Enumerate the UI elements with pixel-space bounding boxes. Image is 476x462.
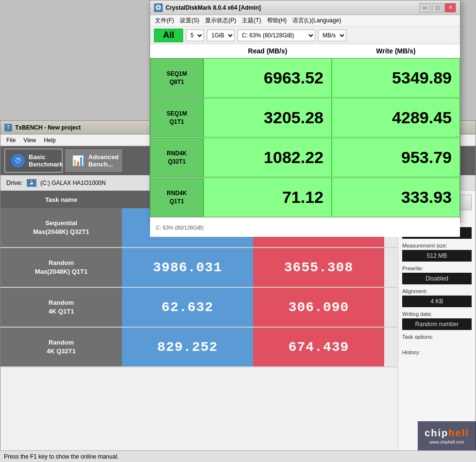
history-label: History: bbox=[402, 349, 472, 355]
maximize-button[interactable]: □ bbox=[432, 3, 443, 13]
logo-hell: hell bbox=[448, 428, 469, 439]
cdm-footer-text: C: 63% (80/128GiB) bbox=[156, 225, 204, 231]
minimize-button[interactable]: ─ bbox=[419, 3, 431, 13]
row-write-2: 306.090 bbox=[253, 288, 384, 327]
advanced-benchmark-button[interactable]: 📊 Advanced Bench... bbox=[65, 148, 123, 173]
cdm-read-0: 6963.52 bbox=[204, 58, 332, 98]
status-text: Press the F1 key to show the online manu… bbox=[4, 453, 119, 460]
measurement-size-label: Measurement size: bbox=[402, 243, 472, 248]
cdm-unit-select[interactable]: MB/s bbox=[318, 30, 346, 41]
chart-icon: 📊 bbox=[71, 154, 85, 167]
menu-view[interactable]: View bbox=[19, 136, 40, 145]
cdm-label-2: RND4KQ32T1 bbox=[150, 138, 204, 177]
drive-value: (C:) GALAX HA1O1000N bbox=[40, 180, 106, 186]
row-name-1: RandomMax(2048K) Q1T1 bbox=[0, 248, 122, 287]
cdm-menu-language[interactable]: 语言(L)(Language) bbox=[289, 16, 344, 26]
txbench-title: TxBENCH - New project bbox=[15, 124, 81, 131]
writing-data-value: Random number bbox=[402, 318, 472, 330]
cdm-menu: 文件(F) 设置(S) 显示状态(P) 主题(T) 帮助(H) 语言(L)(La… bbox=[150, 15, 460, 27]
basic-benchmark-label: Basic Benchmark bbox=[29, 153, 63, 168]
status-bar: Press the F1 key to show the online manu… bbox=[0, 450, 476, 462]
cdm-drive-select[interactable]: C: 63% (80/128GiB) bbox=[238, 30, 315, 41]
cdm-read-header: Read (MB/s) bbox=[204, 44, 332, 58]
cdm-write-0: 5349.89 bbox=[332, 58, 460, 98]
cdm-size-select[interactable]: 1GiB bbox=[207, 30, 235, 41]
row-read-3: 829.252 bbox=[122, 328, 253, 366]
alignment-value: 4 KB bbox=[402, 296, 472, 307]
cdm-label-0: SEQ1MQ8T1 bbox=[150, 58, 204, 98]
cdm-all-button[interactable]: All bbox=[154, 29, 183, 42]
cdm-label-3: RND4KQ1T1 bbox=[150, 178, 204, 217]
alignment-label: Alignment: bbox=[402, 288, 472, 294]
cdm-toolbar: All 5 1GiB C: 63% (80/128GiB) MB/s bbox=[150, 27, 460, 44]
writing-data-label: Writing data: bbox=[402, 311, 472, 317]
cdm-write-header: Write (MB/s) bbox=[332, 44, 460, 58]
row-name-3: Random4K Q32T1 bbox=[0, 328, 122, 366]
window-controls: ─ □ ✕ bbox=[419, 3, 456, 13]
cdm-row-0: SEQ1MQ8T1 6963.52 5349.89 bbox=[150, 58, 460, 98]
table-row: RandomMax(2048K) Q1T1 3986.031 3655.308 bbox=[0, 248, 398, 288]
menu-help[interactable]: Help bbox=[40, 136, 60, 145]
row-read-1: 3986.031 bbox=[122, 248, 253, 287]
logo-chip: chip bbox=[425, 428, 448, 439]
logo-brand: chip hell bbox=[425, 428, 469, 439]
row-name-2: Random4K Q1T1 bbox=[0, 288, 122, 327]
row-read-2: 62.632 bbox=[122, 288, 253, 327]
watermark-url: www.chiphell.com bbox=[429, 440, 464, 445]
drive-label: Drive: bbox=[6, 179, 23, 186]
cdm-window: 💿 CrystalDiskMark 8.0.4 x64 [Admin] ─ □ … bbox=[150, 0, 460, 223]
prewrite-value: Disabled bbox=[402, 273, 472, 284]
table-row: Random4K Q32T1 829.252 674.439 bbox=[0, 328, 398, 367]
cdm-read-1: 3205.28 bbox=[204, 98, 332, 137]
header-task-name: Task name bbox=[0, 191, 122, 208]
cdm-titlebar: 💿 CrystalDiskMark 8.0.4 x64 [Admin] ─ □ … bbox=[150, 0, 460, 15]
cdm-read-2: 1082.22 bbox=[204, 138, 332, 177]
cdm-row-2: RND4KQ32T1 1082.22 953.79 bbox=[150, 138, 460, 178]
advanced-benchmark-label: Advanced Bench... bbox=[88, 153, 119, 168]
cdm-menu-display[interactable]: 显示状态(P) bbox=[202, 16, 239, 26]
basic-benchmark-button[interactable]: ⏱ Basic Benchmark bbox=[4, 148, 63, 173]
cdm-label-1: SEQ1MQ1T1 bbox=[150, 98, 204, 137]
cdm-menu-help[interactable]: 帮助(H) bbox=[264, 16, 290, 26]
cdm-title: CrystalDiskMark 8.0.4 x64 [Admin] bbox=[166, 4, 419, 11]
drive-icon: 💾 bbox=[27, 179, 36, 187]
cdm-menu-theme[interactable]: 主题(T) bbox=[239, 16, 264, 26]
cdm-write-2: 953.79 bbox=[332, 138, 460, 177]
cdm-write-1: 4289.45 bbox=[332, 98, 460, 137]
cdm-write-3: 333.93 bbox=[332, 178, 460, 217]
close-button[interactable]: ✕ bbox=[444, 3, 456, 13]
row-name-0: SequentialMax(2048K) Q32T1 bbox=[0, 208, 122, 247]
table-row: Random4K Q1T1 62.632 306.090 bbox=[0, 288, 398, 328]
task-options-label: Task options: bbox=[402, 334, 472, 340]
row-write-1: 3655.308 bbox=[253, 248, 384, 287]
cdm-row-1: SEQ1MQ1T1 3205.28 4289.45 bbox=[150, 98, 460, 138]
cdm-row-3: RND4KQ1T1 71.12 333.93 bbox=[150, 178, 460, 217]
prewrite-label: Prewrite: bbox=[402, 265, 472, 271]
cdm-footer: C: 63% (80/128GiB) bbox=[150, 217, 460, 237]
clock-icon: ⏱ bbox=[11, 154, 25, 167]
measurement-size-value: 512 MB bbox=[402, 250, 472, 262]
logo-area: chip hell www.chiphell.com bbox=[418, 421, 476, 450]
cdm-read-3: 71.12 bbox=[204, 178, 332, 217]
txbench-icon: T bbox=[4, 124, 12, 132]
cdm-data-rows: SEQ1MQ8T1 6963.52 5349.89 SEQ1MQ1T1 3205… bbox=[150, 58, 460, 217]
cdm-icon: 💿 bbox=[154, 3, 163, 12]
cdm-column-headers: Read (MB/s) Write (MB/s) bbox=[150, 44, 460, 58]
cdm-count-select[interactable]: 5 bbox=[186, 30, 204, 41]
cdm-menu-settings[interactable]: 设置(S) bbox=[177, 16, 202, 26]
row-write-3: 674.439 bbox=[253, 328, 384, 366]
menu-file[interactable]: File bbox=[2, 136, 19, 145]
cdm-menu-file[interactable]: 文件(F) bbox=[152, 16, 177, 26]
